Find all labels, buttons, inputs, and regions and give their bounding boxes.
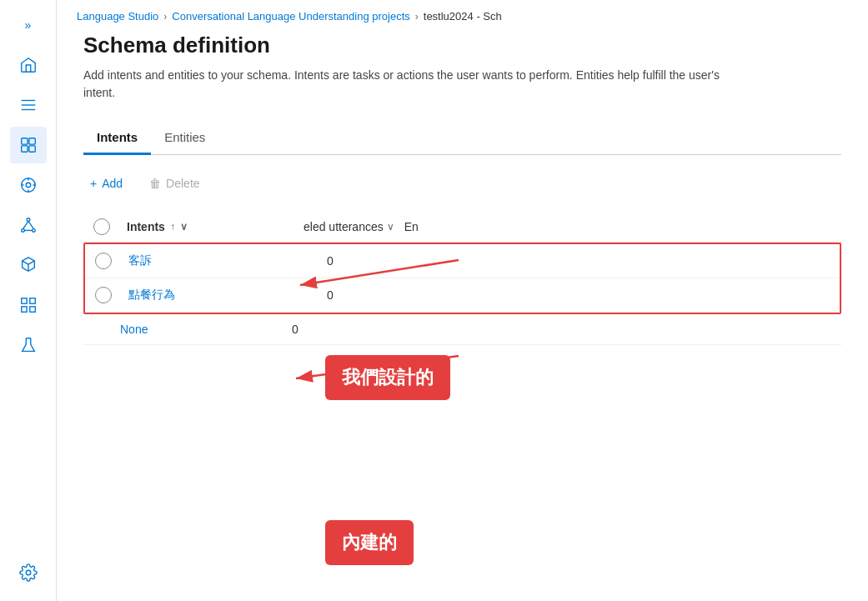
network-icon — [19, 216, 38, 234]
svg-line-13 — [28, 221, 33, 228]
sidebar-item-home[interactable] — [10, 47, 47, 83]
delete-icon: 🗑 — [149, 177, 161, 190]
sidebar-item-cube[interactable] — [10, 247, 47, 283]
utterance-count-1: 0 — [305, 254, 355, 268]
main-content: Language Studio › Conversational Languag… — [57, 0, 868, 601]
tab-entities[interactable]: Entities — [151, 122, 218, 155]
sidebar-item-schema[interactable] — [10, 127, 47, 163]
svg-point-22 — [26, 570, 31, 575]
settings-icon — [19, 563, 38, 582]
row-checkbox-1[interactable] — [95, 253, 112, 269]
row-checkbox-2[interactable] — [95, 287, 112, 303]
cube-icon — [19, 256, 38, 274]
breadcrumb-clu-projects[interactable]: Conversational Language Understanding pr… — [172, 10, 409, 23]
menu-icon — [19, 96, 38, 114]
sidebar-item-settings[interactable] — [10, 554, 47, 591]
annotation-bottom: 內建的 — [325, 520, 414, 565]
sidebar-item-grid[interactable] — [10, 287, 47, 323]
collapse-icon: » — [25, 18, 32, 32]
grid-icon — [19, 296, 38, 314]
utterances-col-label: eled utterances — [304, 220, 384, 233]
breadcrumb: Language Studio › Conversational Languag… — [57, 0, 868, 29]
sidebar-item-menu[interactable] — [10, 87, 47, 123]
sort-icon[interactable]: ↑ — [170, 221, 175, 233]
sidebar: » — [0, 0, 57, 601]
utterance-count-2: 0 — [305, 288, 355, 302]
breadcrumb-current: testlu2024 - Sch — [424, 10, 502, 23]
intents-col-label: Intents — [127, 220, 165, 233]
toolbar: + Add 🗑 Delete — [83, 172, 841, 195]
utterance-count-none: 0 — [270, 323, 320, 336]
annotation-arrow-bottom — [250, 333, 459, 433]
intent-name-none[interactable]: None — [93, 323, 260, 336]
page-title: Schema definition — [83, 33, 841, 58]
svg-line-12 — [23, 221, 28, 228]
svg-rect-21 — [29, 307, 34, 312]
tabs-container: Intents Entities — [83, 122, 841, 155]
page-content: Schema definition Add intents and entiti… — [57, 29, 868, 601]
add-button[interactable]: + Add — [83, 172, 129, 195]
table-row[interactable]: 客訴 0 — [85, 244, 840, 278]
col-intents-header: Intents ↑ ∨ — [127, 220, 294, 233]
svg-rect-3 — [21, 138, 27, 144]
svg-point-11 — [32, 229, 35, 233]
sidebar-collapse[interactable]: » — [10, 7, 47, 43]
breadcrumb-sep-1: › — [163, 11, 167, 23]
col-utterances-header: eled utterances ∨ — [304, 220, 394, 233]
sidebar-item-flask[interactable] — [10, 327, 47, 363]
svg-line-17 — [28, 261, 34, 264]
tab-intents[interactable]: Intents — [83, 122, 151, 155]
add-icon: + — [90, 177, 97, 190]
svg-rect-18 — [21, 298, 26, 303]
page-description: Add intents and entities to your schema.… — [83, 67, 750, 102]
custom-intents-rows: 客訴 0 點餐行為 0 — [83, 243, 841, 314]
svg-rect-5 — [21, 146, 27, 152]
delete-button[interactable]: 🗑 Delete — [143, 172, 206, 195]
svg-point-10 — [21, 229, 24, 233]
svg-rect-6 — [28, 146, 34, 152]
flask-icon — [19, 336, 38, 354]
none-row[interactable]: None 0 — [83, 314, 841, 345]
model-icon — [19, 176, 38, 194]
home-icon — [19, 56, 38, 74]
intents-table: Intents ↑ ∨ eled utterances ∨ En 客訴 0 — [83, 212, 841, 345]
table-row[interactable]: 點餐行為 0 — [85, 278, 840, 313]
svg-point-9 — [27, 218, 30, 222]
svg-rect-4 — [28, 138, 34, 144]
utterances-chevron-icon[interactable]: ∨ — [387, 221, 394, 233]
annotation-top: 我們設計的 — [325, 355, 450, 400]
table-header: Intents ↑ ∨ eled utterances ∨ En — [83, 212, 841, 243]
sidebar-item-network[interactable] — [10, 207, 47, 243]
header-checkbox[interactable] — [93, 218, 110, 235]
breadcrumb-language-studio[interactable]: Language Studio — [77, 10, 158, 23]
svg-point-7 — [26, 183, 31, 188]
chevron-icon[interactable]: ∨ — [180, 221, 188, 233]
svg-rect-20 — [21, 307, 26, 312]
svg-line-16 — [22, 261, 28, 264]
delete-label: Delete — [166, 177, 199, 190]
svg-rect-19 — [29, 298, 34, 303]
intent-name-2[interactable]: 點餐行為 — [128, 288, 295, 303]
schema-icon — [19, 136, 38, 154]
intent-name-1[interactable]: 客訴 — [128, 253, 295, 268]
breadcrumb-sep-2: › — [415, 11, 419, 23]
sidebar-item-model[interactable] — [10, 167, 47, 203]
add-label: Add — [102, 177, 123, 190]
col-enable-header: En — [404, 220, 419, 233]
